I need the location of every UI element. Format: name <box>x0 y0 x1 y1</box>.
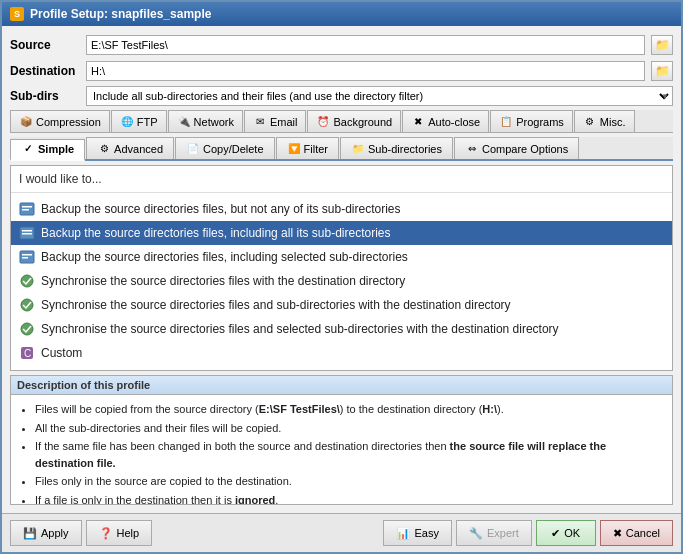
source-row: Source 📁 <box>10 34 673 56</box>
tab-misc[interactable]: ⚙ Misc. <box>574 110 635 132</box>
tab-misc-label: Misc. <box>600 116 626 128</box>
tab-copydel[interactable]: 📄 Copy/Delete <box>175 137 275 159</box>
expert-label: Expert <box>487 527 519 539</box>
main-panel: I would like to... Backup the source dir… <box>10 165 673 371</box>
simple-icon: ✓ <box>21 142 35 156</box>
subdirs-icon: 📁 <box>351 142 365 156</box>
description-panel: Description of this profile Files will b… <box>10 375 673 505</box>
autoclose-icon: ✖ <box>411 115 425 129</box>
apply-label: Apply <box>41 527 69 539</box>
option-item-5[interactable]: Synchronise the source directories files… <box>11 293 672 317</box>
source-input[interactable] <box>86 35 645 55</box>
option-text-3: Backup the source directories files, inc… <box>41 250 408 264</box>
svg-text:C: C <box>24 348 31 359</box>
option-item-3[interactable]: Backup the source directories files, inc… <box>11 245 672 269</box>
destination-label: Destination <box>10 64 80 78</box>
svg-rect-1 <box>22 206 32 208</box>
tab-compression-label: Compression <box>36 116 101 128</box>
svg-point-9 <box>21 275 33 287</box>
tab-autoclose-label: Auto-close <box>428 116 480 128</box>
advanced-icon: ⚙ <box>97 142 111 156</box>
title-bar-icon: S <box>10 7 24 21</box>
desc-item-3: If the same file has been changed in bot… <box>35 438 664 471</box>
option-text-4: Synchronise the source directories files… <box>41 274 405 288</box>
tab-simple[interactable]: ✓ Simple <box>10 139 85 161</box>
tab-email-label: Email <box>270 116 298 128</box>
description-header: Description of this profile <box>11 376 672 395</box>
tab-bar-1: 📦 Compression 🌐 FTP 🔌 Network ✉ Email ⏰ … <box>10 110 673 133</box>
description-body: Files will be copied from the source dir… <box>11 395 672 505</box>
filter-icon: 🔽 <box>287 142 301 156</box>
title-bar: S Profile Setup: snapfiles_sample <box>2 2 681 26</box>
tab-compression[interactable]: 📦 Compression <box>10 110 110 132</box>
help-button[interactable]: ❓ Help <box>86 520 153 546</box>
programs-icon: 📋 <box>499 115 513 129</box>
ok-icon: ✔ <box>551 527 560 540</box>
desc-item-4: Files only in the source are copied to t… <box>35 473 664 490</box>
tab-programs-label: Programs <box>516 116 564 128</box>
cancel-label: Cancel <box>626 527 660 539</box>
email-icon: ✉ <box>253 115 267 129</box>
cancel-button[interactable]: ✖ Cancel <box>600 520 673 546</box>
tab-advanced[interactable]: ⚙ Advanced <box>86 137 174 159</box>
tab-network[interactable]: 🔌 Network <box>168 110 243 132</box>
easy-button[interactable]: 📊 Easy <box>383 520 451 546</box>
easy-icon: 📊 <box>396 527 410 540</box>
folder-icon: 📁 <box>655 38 670 52</box>
destination-row: Destination 📁 <box>10 60 673 82</box>
window-title: Profile Setup: snapfiles_sample <box>30 7 211 21</box>
svg-rect-5 <box>22 233 32 235</box>
destination-folder-button[interactable]: 📁 <box>651 61 673 81</box>
option-icon-1 <box>19 201 35 217</box>
desc-item-2: All the sub-directories and their files … <box>35 420 664 437</box>
option-icon-4 <box>19 273 35 289</box>
option-text-6: Synchronise the source directories files… <box>41 322 559 336</box>
option-text-5: Synchronise the source directories files… <box>41 298 511 312</box>
option-item-selected[interactable]: Backup the source directories files, inc… <box>11 221 672 245</box>
source-folder-button[interactable]: 📁 <box>651 35 673 55</box>
subdirs-select[interactable]: Include all sub-directories and their fi… <box>86 86 673 106</box>
tab-compare[interactable]: ⇔ Compare Options <box>454 137 579 159</box>
option-text-2: Backup the source directories files, inc… <box>41 226 391 240</box>
option-text-1: Backup the source directories files, but… <box>41 202 401 216</box>
svg-rect-4 <box>22 230 32 232</box>
svg-point-11 <box>21 323 33 335</box>
ftp-icon: 🌐 <box>120 115 134 129</box>
tab-subdirectories[interactable]: 📁 Sub-directories <box>340 137 453 159</box>
svg-rect-8 <box>22 257 28 259</box>
svg-point-10 <box>21 299 33 311</box>
destination-input[interactable] <box>86 61 645 81</box>
tab-background[interactable]: ⏰ Background <box>307 110 401 132</box>
tab-advanced-label: Advanced <box>114 143 163 155</box>
tab-email[interactable]: ✉ Email <box>244 110 307 132</box>
options-header: I would like to... <box>11 166 672 193</box>
tab-subdirs-label: Sub-directories <box>368 143 442 155</box>
svg-rect-7 <box>22 254 32 256</box>
svg-rect-2 <box>22 209 29 211</box>
option-item[interactable]: Backup the source directories files, but… <box>11 197 672 221</box>
option-icon-2 <box>19 225 35 241</box>
help-label: Help <box>117 527 140 539</box>
option-item-6[interactable]: Synchronise the source directories files… <box>11 317 672 341</box>
tab-compare-label: Compare Options <box>482 143 568 155</box>
tab-copydel-label: Copy/Delete <box>203 143 264 155</box>
apply-button[interactable]: 💾 Apply <box>10 520 82 546</box>
subdirs-row: Sub-dirs Include all sub-directories and… <box>10 86 673 106</box>
folder-icon-dest: 📁 <box>655 64 670 78</box>
copydel-icon: 📄 <box>186 142 200 156</box>
background-icon: ⏰ <box>316 115 330 129</box>
tab-ftp[interactable]: 🌐 FTP <box>111 110 167 132</box>
apply-icon: 💾 <box>23 527 37 540</box>
subdirs-label: Sub-dirs <box>10 89 80 103</box>
option-item-4[interactable]: Synchronise the source directories files… <box>11 269 672 293</box>
ok-button[interactable]: ✔ OK <box>536 520 596 546</box>
compression-icon: 📦 <box>19 115 33 129</box>
option-item-7[interactable]: C Custom <box>11 341 672 365</box>
tab-autoclose[interactable]: ✖ Auto-close <box>402 110 489 132</box>
tab-filter[interactable]: 🔽 Filter <box>276 137 339 159</box>
expert-button[interactable]: 🔧 Expert <box>456 520 532 546</box>
tab-programs[interactable]: 📋 Programs <box>490 110 573 132</box>
tab-background-label: Background <box>333 116 392 128</box>
option-icon-3 <box>19 249 35 265</box>
tab-filter-label: Filter <box>304 143 328 155</box>
